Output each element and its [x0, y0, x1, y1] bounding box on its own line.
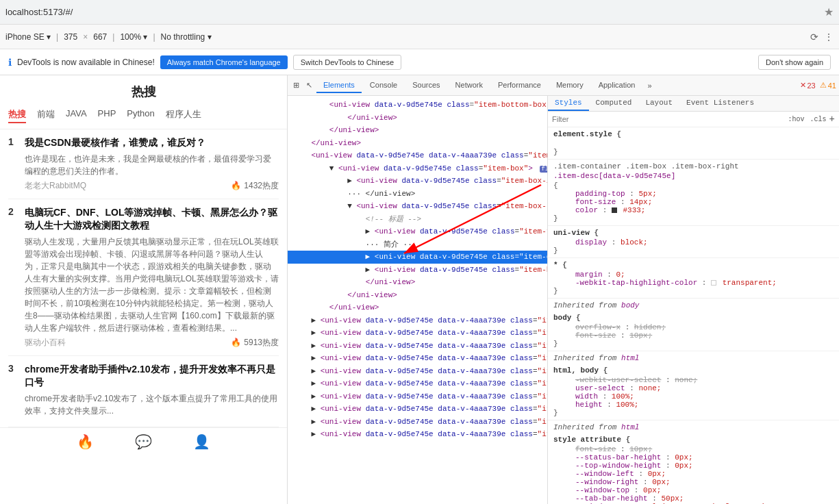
- styles-filter-row: :hov .cls +: [548, 112, 839, 127]
- tab-memory[interactable]: Memory: [549, 78, 590, 93]
- elem-line[interactable]: ▶ <uni-view data-v-9d5e745e data-v-4aaa7…: [288, 327, 547, 340]
- elem-line-selected[interactable]: ▶ <uni-view data-v-9d5e745e class="item-…: [288, 251, 547, 264]
- dt-icon-inspect[interactable]: ↖: [303, 78, 315, 92]
- styles-prop-value: 10px;: [629, 331, 652, 340]
- styles-tab-bar: Styles Computed Layout Event Listeners: [548, 96, 839, 112]
- elem-line[interactable]: ▶ <uni-view data-v-9d5e745e class="item-…: [288, 264, 547, 277]
- elem-line[interactable]: </uni-view>: [288, 137, 547, 150]
- dt-tab-more[interactable]: »: [643, 79, 655, 92]
- styles-plus-button[interactable]: +: [829, 114, 835, 125]
- styles-prop-value: block;: [621, 238, 648, 247]
- news-title[interactable]: 电脑玩CF、DNF、LOL等游戏掉帧、卡顿、黑屏怎么办？驱动人生十大游戏检测图文…: [25, 206, 279, 233]
- elem-line[interactable]: <!-- 标题 -->: [288, 213, 547, 226]
- dt-icon-select[interactable]: ⊞: [290, 78, 302, 92]
- elem-line[interactable]: ▼ <uni-view data-v-9d5e745e class="item-…: [288, 200, 547, 213]
- tab-sources[interactable]: Sources: [405, 78, 447, 93]
- elem-line[interactable]: ··· 简介 ···: [288, 238, 547, 251]
- styles-html-rule: html, body { -webkit-user-select : none;…: [548, 364, 839, 420]
- comment-nav-icon[interactable]: 💬: [135, 433, 152, 450]
- warn-badge[interactable]: ⚠ 41: [820, 81, 836, 90]
- tab-styles[interactable]: Styles: [548, 96, 589, 111]
- browser-top-bar: localhost:5173/#/ ★: [0, 0, 839, 25]
- news-desc: 也许是现在，也许是未来，我是全网最硬核的作者，最值得爱学习爱编程的意思们关注的作…: [25, 153, 279, 177]
- news-title[interactable]: 我是CSDN最硬核作者，谁赞成，谁反对？: [25, 136, 205, 150]
- elem-line[interactable]: </uni-view>: [288, 301, 547, 314]
- styles-cls-button[interactable]: .cls: [810, 116, 827, 123]
- elem-line[interactable]: ▶ <uni-view data-v-9d5e745e class="item-…: [288, 225, 547, 238]
- dont-show-again-button[interactable]: Don't show again: [758, 55, 831, 70]
- elem-line[interactable]: ▶ <uni-view data-v-9d5e745e data-v-4aaa7…: [288, 365, 547, 378]
- news-desc: 驱动人生发现，大量用户反馈其电脑驱动显示正常，但在玩LOL英雄联盟等游戏会出现掉…: [25, 236, 279, 334]
- news-item: 2 电脑玩CF、DNF、LOL等游戏掉帧、卡顿、黑屏怎么办？驱动人生十大游戏检测…: [8, 199, 279, 356]
- tab-python[interactable]: Python: [127, 108, 154, 123]
- styles-filter-input[interactable]: [552, 115, 786, 123]
- styles-selector: html, body {: [553, 366, 834, 375]
- tab-console[interactable]: Console: [363, 78, 404, 93]
- tab-layout[interactable]: Layout: [638, 96, 679, 111]
- height-value[interactable]: 667: [93, 32, 107, 42]
- elem-line[interactable]: ▶ <uni-view data-v-9d5e745e data-v-4aaa7…: [288, 416, 547, 429]
- tab-performance[interactable]: Performance: [491, 78, 548, 93]
- styles-prop-name: height: [575, 401, 603, 409]
- error-badge[interactable]: ✕ 23: [800, 81, 816, 90]
- tab-programmer-life[interactable]: 程序人生: [166, 108, 201, 123]
- elem-line[interactable]: ▶ <uni-view data-v-9d5e745e data-v-4aaa7…: [288, 403, 547, 416]
- styles-colon: :: [666, 376, 675, 384]
- width-value[interactable]: 375: [64, 32, 77, 42]
- star-icon[interactable]: ★: [824, 5, 834, 18]
- elements-panel[interactable]: <uni-view data-v-9d5e745e class="item-bo…: [288, 96, 548, 504]
- styles-colon: :: [621, 198, 629, 206]
- styles-selector: * {: [553, 261, 834, 269]
- styles-colon: :: [629, 384, 638, 392]
- tab-elements[interactable]: Elements: [316, 78, 362, 93]
- styles-hov-button[interactable]: :hov: [788, 116, 805, 123]
- elem-line[interactable]: ▶ <uni-view data-v-9d5e745e data-v-4aaa7…: [288, 428, 547, 441]
- elem-line[interactable]: <uni-view data-v-9d5e745e class="item-bo…: [288, 99, 547, 112]
- tab-event-listeners[interactable]: Event Listeners: [679, 96, 761, 111]
- styles-body-rule: body { overflow-x : hidden; font-size : …: [548, 311, 839, 351]
- zoom-selector[interactable]: 100% ▾: [120, 32, 147, 42]
- styles-prop-name: -webkit-tap-highlight-color: [575, 279, 697, 287]
- tab-computed[interactable]: Computed: [589, 96, 639, 111]
- styles-uni-view: uni-view { display : block; }: [548, 226, 839, 258]
- tab-php[interactable]: PHP: [98, 108, 116, 123]
- news-title[interactable]: chrome开发者助手插件v2.10发布，提升开发效率不再只是口号: [25, 363, 279, 390]
- elem-line[interactable]: </uni-view>: [288, 276, 547, 289]
- elem-line[interactable]: ▶ <uni-view data-v-9d5e745e data-v-4aaa7…: [288, 390, 547, 403]
- device-selector[interactable]: iPhone SE ▾: [5, 32, 51, 42]
- elem-line[interactable]: </uni-view>: [288, 124, 547, 137]
- tab-application[interactable]: Application: [592, 78, 642, 93]
- elem-line[interactable]: </uni-view>: [288, 112, 547, 125]
- elem-line[interactable]: ▶ <uni-view data-v-9d5e745e class="item-…: [288, 175, 547, 188]
- elem-line[interactable]: <uni-view data-v-9d5e745e data-v-4aaa739…: [288, 149, 547, 162]
- elem-line[interactable]: ··· </uni-view>: [288, 188, 547, 201]
- styles-prop-row: margin : 0;: [564, 270, 834, 279]
- tab-frontend[interactable]: 前端: [37, 108, 55, 123]
- tab-network[interactable]: Network: [449, 78, 490, 93]
- match-language-button[interactable]: Always match Chrome's language: [160, 55, 288, 69]
- throttle-selector[interactable]: No throttling ▾: [161, 32, 212, 42]
- elem-line[interactable]: ▶ <uni-view data-v-9d5e745e data-v-4aaa7…: [288, 340, 547, 353]
- styles-prop-name: font-size: [575, 445, 616, 453]
- styles-colon: :: [621, 331, 629, 340]
- elem-line[interactable]: ▶ <uni-view data-v-9d5e745e data-v-4aaa7…: [288, 377, 547, 390]
- styles-prop-name: -webkit-user-select: [575, 376, 661, 384]
- news-item-header: 2 电脑玩CF、DNF、LOL等游戏掉帧、卡顿、黑屏怎么办？驱动人生十大游戏检测…: [8, 206, 279, 233]
- elem-line[interactable]: </uni-view>: [288, 289, 547, 302]
- elem-line[interactable]: ▶ <uni-view data-v-9d5e745e data-v-4aaa7…: [288, 352, 547, 365]
- switch-devtools-button[interactable]: Switch DevTools to Chinese: [293, 55, 401, 70]
- elem-line[interactable]: ▶ <uni-view data-v-9d5e745e data-v-4aaa7…: [288, 314, 547, 327]
- more-icon[interactable]: ⋮: [824, 32, 834, 42]
- rotate-icon[interactable]: ⟳: [810, 32, 818, 42]
- tab-java[interactable]: JAVA: [66, 108, 87, 123]
- styles-colon: :: [666, 453, 675, 462]
- tab-hot[interactable]: 热搜: [8, 108, 26, 123]
- fire-nav-icon[interactable]: 🔥: [77, 433, 94, 450]
- elem-line[interactable]: ▼ <uni-view data-v-9d5e745e class="item-…: [288, 162, 547, 175]
- styles-prop-name: overflow-x: [575, 323, 621, 331]
- styles-colon: :: [666, 462, 675, 470]
- styles-prop-value: 10px;: [629, 445, 652, 453]
- styles-item-container: .item-container .item-box .item-box-righ…: [548, 160, 839, 226]
- browser-url[interactable]: localhost:5173/#/: [5, 7, 824, 17]
- user-nav-icon[interactable]: 👤: [193, 433, 210, 450]
